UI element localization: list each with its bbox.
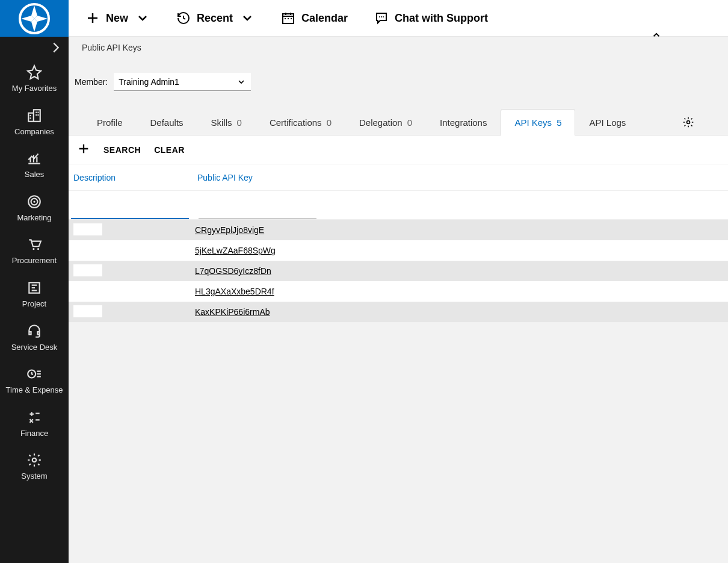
- svg-rect-5: [28, 113, 34, 121]
- table-row[interactable]: L7qOGSD6yIcz8fDn: [69, 261, 728, 281]
- svg-point-27: [383, 16, 384, 17]
- sidebar-item-label: My Favorites: [12, 84, 57, 93]
- sidebar-item-label: Procurement: [12, 256, 57, 266]
- tab-apikeys[interactable]: API Keys5: [501, 109, 575, 135]
- column-apikey[interactable]: Public API Key: [194, 173, 728, 182]
- member-select[interactable]: Training Admin1: [114, 73, 251, 91]
- filter-row: [69, 191, 728, 220]
- description-redacted: [73, 305, 102, 317]
- sidebar-item-finance[interactable]: Finance: [0, 407, 69, 441]
- calculator-icon: [26, 409, 42, 425]
- toolbar: SEARCH CLEAR: [69, 135, 728, 164]
- description-redacted: [73, 244, 129, 256]
- table-row[interactable]: CRgyvEplJjo8vigE: [69, 220, 728, 240]
- apikey-link[interactable]: HL3gAXaXxbe5DR4f: [195, 287, 274, 296]
- svg-point-17: [37, 248, 39, 250]
- calendar-icon: [281, 11, 295, 25]
- apikey-link[interactable]: 5jKeLwZAaF68SpWg: [195, 246, 276, 255]
- tab-defaults[interactable]: Defaults: [137, 109, 197, 135]
- member-value: Training Admin1: [119, 77, 179, 87]
- compass-logo-icon: [19, 3, 50, 34]
- svg-rect-23: [288, 18, 289, 19]
- clear-button[interactable]: CLEAR: [154, 145, 185, 155]
- description-redacted: [73, 285, 103, 297]
- plus-icon: [77, 142, 90, 155]
- table-row[interactable]: 5jKeLwZAaF68SpWg: [69, 240, 728, 261]
- sidebar-item-procurement[interactable]: Procurement: [0, 234, 69, 268]
- filter-description-input[interactable]: [71, 201, 189, 219]
- chat-icon: [374, 11, 389, 25]
- description-redacted: [73, 264, 102, 276]
- svg-point-15: [33, 201, 35, 202]
- tab-certifications[interactable]: Certifications0: [256, 109, 345, 135]
- column-headers: Description Public API Key: [69, 164, 728, 191]
- target-icon: [26, 194, 42, 210]
- svg-rect-9: [35, 114, 37, 115]
- tab-profile[interactable]: Profile: [83, 109, 137, 135]
- svg-point-25: [379, 16, 380, 17]
- svg-rect-7: [35, 111, 37, 113]
- star-icon: [26, 64, 42, 80]
- calendar-button[interactable]: Calendar: [281, 11, 348, 25]
- logo[interactable]: [0, 0, 69, 37]
- sidebar-item-companies[interactable]: Companies: [0, 105, 69, 139]
- gear-icon: [26, 452, 42, 468]
- sidebar-item-project[interactable]: Project: [0, 278, 69, 311]
- buildings-icon: [26, 108, 42, 123]
- chevron-down-icon: [135, 11, 150, 25]
- sidebar-expand[interactable]: [0, 37, 69, 58]
- sidebar-item-servicedesk[interactable]: Service Desk: [0, 321, 69, 355]
- search-button[interactable]: SEARCH: [103, 145, 141, 155]
- tabs: Profile Defaults Skills0 Certifications0…: [69, 109, 728, 135]
- chat-support-button[interactable]: Chat with Support: [374, 11, 488, 25]
- sidebar-item-label: Marketing: [17, 213, 51, 223]
- headset-icon: [26, 323, 42, 339]
- svg-rect-12: [29, 117, 31, 119]
- sidebar-item-favorites[interactable]: My Favorites: [0, 62, 69, 96]
- table-row[interactable]: KaxKPKiP66i6rmAb: [69, 302, 728, 322]
- apikey-link[interactable]: CRgyvEplJjo8vigE: [195, 225, 264, 235]
- sidebar-item-timeexpense[interactable]: Time & Expense: [0, 364, 69, 397]
- sidebar-item-label: System: [21, 471, 47, 481]
- apikey-link[interactable]: L7qOGSD6yIcz8fDn: [195, 266, 271, 276]
- chevron-down-icon: [236, 77, 246, 87]
- cart-icon: [26, 237, 42, 252]
- svg-rect-6: [34, 110, 40, 122]
- tab-settings[interactable]: [682, 116, 694, 128]
- sidebar-item-sales[interactable]: Sales: [0, 148, 69, 182]
- sidebar-item-marketing[interactable]: Marketing: [0, 191, 69, 225]
- tab-integrations[interactable]: Integrations: [426, 109, 501, 135]
- new-label: New: [106, 12, 128, 25]
- tab-delegation[interactable]: Delegation0: [345, 109, 426, 135]
- svg-rect-24: [291, 18, 292, 19]
- sidebar-nav: My Favorites Companies Sales Marketing P…: [0, 58, 69, 484]
- chat-label: Chat with Support: [395, 12, 488, 25]
- member-row: Member: Training Admin1: [69, 73, 728, 91]
- topbar: New Recent Calendar Chat with Support: [69, 0, 728, 37]
- table-body: CRgyvEplJjo8vigE5jKeLwZAaF68SpWgL7qOGSD6…: [69, 220, 728, 322]
- main: Public API Keys Member: Training Admin1 …: [69, 37, 728, 563]
- sidebar-item-label: Companies: [14, 127, 54, 137]
- filter-apikey-input[interactable]: [199, 201, 316, 219]
- recent-label: Recent: [197, 12, 233, 25]
- tab-skills[interactable]: Skills0: [197, 109, 256, 135]
- add-button[interactable]: [77, 142, 90, 158]
- apikey-link[interactable]: KaxKPKiP66i6rmAb: [195, 307, 270, 317]
- table-row[interactable]: HL3gAXaXxbe5DR4f: [69, 281, 728, 302]
- column-description[interactable]: Description: [69, 173, 194, 182]
- new-menu[interactable]: New: [85, 11, 150, 25]
- sidebar-item-label: Time & Expense: [6, 385, 63, 395]
- sidebar-item-label: Service Desk: [11, 343, 58, 352]
- svg-point-16: [32, 248, 34, 250]
- chart-icon: [26, 151, 42, 166]
- description-redacted: [73, 223, 102, 235]
- svg-point-28: [687, 120, 690, 123]
- sidebar-item-label: Sales: [25, 170, 45, 179]
- sidebar-item-system[interactable]: System: [0, 450, 69, 484]
- sidebar-item-label: Finance: [20, 429, 48, 438]
- svg-rect-22: [285, 18, 286, 19]
- tab-apilogs[interactable]: API Logs: [575, 109, 640, 135]
- recent-menu[interactable]: Recent: [176, 11, 254, 25]
- calendar-label: Calendar: [301, 12, 348, 25]
- member-label: Member:: [75, 77, 108, 87]
